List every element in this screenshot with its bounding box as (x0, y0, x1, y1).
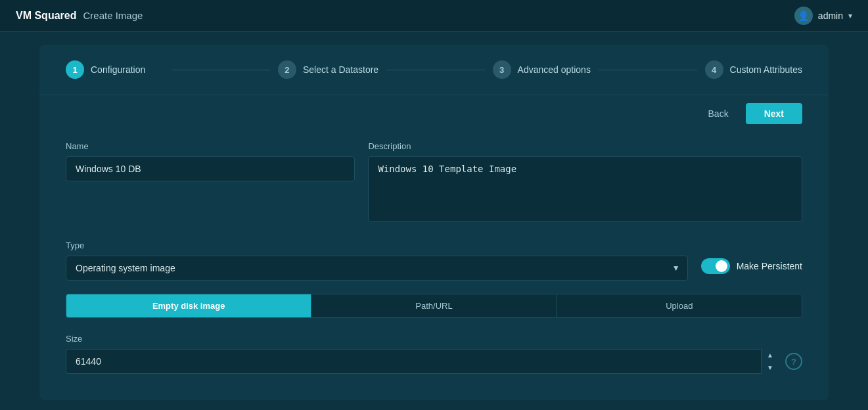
step-line-1 (171, 70, 269, 70)
size-input-wrapper: ▲ ▼ (66, 349, 779, 374)
step-label-3: Advanced options (518, 64, 591, 75)
description-col: Description Windows 10 Template Image (368, 141, 802, 225)
back-button[interactable]: Back (699, 104, 738, 123)
step-circle-2: 2 (278, 60, 296, 79)
type-persistent-row: Type Operating system image Datablock CD… (66, 240, 802, 281)
toggle-thumb (716, 260, 727, 272)
step-2: 2 Select a Datastore (278, 60, 378, 79)
type-label: Type (66, 240, 688, 250)
step-circle-4: 4 (705, 60, 723, 79)
size-increment-button[interactable]: ▲ (762, 349, 779, 361)
tab-upload[interactable]: Upload (557, 294, 802, 317)
size-label: Size (66, 334, 802, 344)
tab-empty-disk[interactable]: Empty disk image (66, 294, 311, 317)
steps-bar: 1 Configuration 2 Select a Datastore 3 A… (39, 45, 829, 95)
avatar: 👤 (794, 7, 813, 25)
size-input[interactable] (66, 349, 779, 374)
description-input[interactable]: Windows 10 Template Image (368, 156, 802, 222)
name-col: Name (66, 141, 355, 225)
form-area: Name Description Windows 10 Template Ima… (39, 135, 829, 400)
name-input[interactable] (66, 156, 355, 181)
step-line-2 (386, 70, 484, 70)
actions-row: Back Next (39, 95, 829, 135)
size-help-icon[interactable]: ? (785, 353, 802, 370)
name-label: Name (66, 141, 355, 151)
size-decrement-button[interactable]: ▼ (762, 361, 779, 374)
step-label-2: Select a Datastore (303, 64, 378, 75)
next-button[interactable]: Next (746, 103, 802, 124)
name-description-row: Name Description Windows 10 Template Ima… (66, 141, 802, 225)
persistent-label: Make Persistent (737, 261, 802, 271)
tab-path-url[interactable]: Path/URL (311, 294, 557, 317)
step-label-4: Custom Attributes (730, 64, 803, 75)
chevron-down-icon[interactable]: ▾ (848, 11, 852, 20)
step-circle-1: 1 (66, 60, 84, 79)
type-col: Type Operating system image Datablock CD… (66, 240, 688, 281)
header-left: VM Squared Create Image (16, 10, 143, 22)
step-circle-3: 3 (493, 60, 511, 79)
step-label-1: Configuration (91, 64, 145, 75)
image-type-tabs: Empty disk image Path/URL Upload (66, 294, 802, 318)
main-content: 1 Configuration 2 Select a Datastore 3 A… (0, 32, 868, 400)
admin-label: admin (818, 11, 843, 21)
wizard-card: 1 Configuration 2 Select a Datastore 3 A… (39, 45, 829, 400)
type-select[interactable]: Operating system image Datablock CDROM K… (66, 256, 688, 281)
header-right: 👤 admin ▾ (794, 7, 852, 25)
step-3: 3 Advanced options (493, 60, 591, 79)
step-line-3 (599, 70, 697, 70)
size-stepper: ▲ ▼ (761, 349, 779, 374)
description-label: Description (368, 141, 802, 151)
step-1: 1 Configuration (66, 60, 164, 79)
toggle-track (701, 258, 730, 274)
type-select-wrapper: Operating system image Datablock CDROM K… (66, 256, 688, 281)
size-row: ▲ ▼ ? (66, 349, 802, 374)
app-name: VM Squared (16, 10, 76, 22)
app-header: VM Squared Create Image 👤 admin ▾ (0, 0, 868, 32)
page-title: Create Image (83, 10, 143, 21)
step-4: 4 Custom Attributes (705, 60, 803, 79)
persistent-toggle[interactable] (701, 258, 730, 274)
persistent-col: Make Persistent (701, 258, 802, 281)
